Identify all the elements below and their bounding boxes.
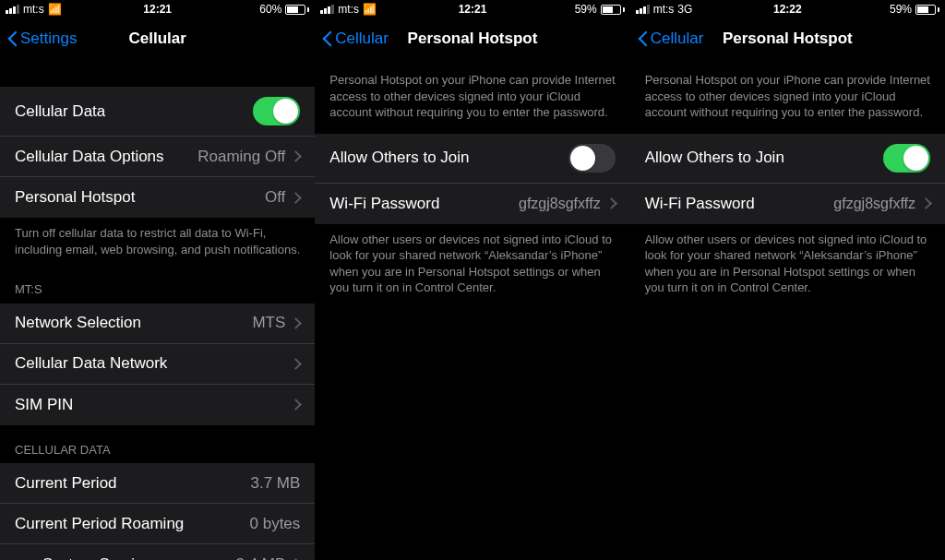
cell-value: 3.4 MB	[235, 555, 285, 560]
cellular-options-row[interactable]: Cellular Data Options Roaming Off	[0, 137, 315, 177]
group-header-cellular-data: CELLULAR DATA	[0, 425, 315, 464]
chevron-left-icon	[638, 30, 649, 48]
cellular-data-toggle[interactable]	[253, 97, 300, 125]
cell-label: SIM PIN	[15, 396, 73, 414]
back-label: Cellular	[335, 30, 389, 48]
cell-value: gfzgj8sgfxffz	[519, 196, 601, 212]
wifi-password-row[interactable]: Wi-Fi Password gfzgj8sgfxffz	[630, 184, 945, 224]
system-services-row[interactable]: System Services 3.4 MB	[0, 544, 315, 560]
cell-label: System Services	[15, 555, 160, 560]
cell-value: 3.7 MB	[250, 474, 300, 493]
screen-hotspot-off: mt:s 📶 12:21 59% Cellular Personal Hotsp…	[315, 0, 629, 560]
chevron-right-icon	[923, 197, 930, 209]
chevron-right-icon	[293, 358, 300, 370]
status-bar: mt:s 📶 12:21 60%	[0, 0, 315, 18]
cell-value: Roaming Off	[197, 148, 285, 166]
cell-value: MTS	[252, 314, 285, 332]
cell-label: Cellular Data Network	[15, 354, 167, 373]
status-time: 12:21	[0, 3, 315, 16]
cell-value: 0 bytes	[250, 515, 301, 533]
back-button[interactable]: Cellular	[322, 30, 389, 48]
group-footer: Allow other users or devices not signed …	[315, 224, 629, 304]
explain-text: Personal Hotspot on your iPhone can prov…	[630, 59, 945, 134]
cellular-data-row[interactable]: Cellular Data	[0, 87, 315, 137]
group-footer: Allow other users or devices not signed …	[630, 224, 945, 304]
cell-value: gfzgj8sgfxffz	[833, 196, 915, 212]
status-bar: mt:s 3G 12:22 59%	[630, 0, 945, 18]
cell-value: Off	[265, 188, 285, 207]
chevron-right-icon	[608, 197, 616, 209]
cell-label: Network Selection	[15, 314, 141, 332]
chevron-left-icon	[322, 30, 333, 48]
allow-others-toggle[interactable]	[883, 144, 930, 173]
allow-others-row[interactable]: Allow Others to Join	[315, 134, 629, 184]
cellular-data-network-row[interactable]: Cellular Data Network	[0, 344, 315, 385]
group-footer: Turn off cellular data to restrict all d…	[0, 218, 315, 265]
group-header-mts: MT:S	[0, 265, 315, 304]
allow-others-toggle[interactable]	[568, 144, 616, 173]
back-button[interactable]: Cellular	[638, 30, 704, 48]
back-button[interactable]: Settings	[7, 30, 77, 48]
cell-label: Current Period Roaming	[15, 515, 184, 533]
cell-label: Wi-Fi Password	[329, 195, 439, 213]
allow-others-row[interactable]: Allow Others to Join	[630, 134, 945, 184]
back-label: Settings	[20, 30, 77, 48]
chevron-right-icon	[293, 317, 300, 329]
nav-header: Cellular Personal Hotspot	[630, 18, 945, 59]
sim-pin-row[interactable]: SIM PIN	[0, 385, 315, 425]
status-time: 12:22	[630, 3, 945, 16]
personal-hotspot-row[interactable]: Personal Hotspot Off	[0, 177, 315, 218]
cell-label: Wi-Fi Password	[645, 195, 755, 213]
current-period-roaming-row: Current Period Roaming 0 bytes	[0, 504, 315, 544]
status-time: 12:21	[315, 3, 629, 16]
cell-label: Cellular Data	[15, 102, 105, 121]
wifi-password-row[interactable]: Wi-Fi Password gfzgj8sgfxffz	[315, 184, 629, 224]
network-selection-row[interactable]: Network Selection MTS	[0, 304, 315, 344]
chevron-left-icon	[7, 30, 18, 48]
current-period-row: Current Period 3.7 MB	[0, 463, 315, 504]
cell-label: Cellular Data Options	[15, 148, 164, 166]
explain-text: Personal Hotspot on your iPhone can prov…	[315, 59, 629, 134]
chevron-right-icon	[293, 150, 300, 162]
nav-header: Cellular Personal Hotspot	[315, 18, 629, 59]
screen-cellular: mt:s 📶 12:21 60% Settings Cellular Cellu…	[0, 0, 315, 560]
cell-label: Allow Others to Join	[329, 149, 469, 167]
back-label: Cellular	[651, 30, 704, 48]
cell-label: Allow Others to Join	[645, 149, 784, 167]
chevron-right-icon	[293, 399, 300, 411]
cell-label: Current Period	[15, 474, 117, 493]
status-bar: mt:s 📶 12:21 59%	[315, 0, 629, 18]
nav-header: Settings Cellular	[0, 18, 315, 59]
screen-hotspot-on: mt:s 3G 12:22 59% Cellular Personal Hots…	[630, 0, 945, 560]
cell-label: Personal Hotspot	[15, 188, 135, 207]
chevron-right-icon	[293, 192, 300, 204]
